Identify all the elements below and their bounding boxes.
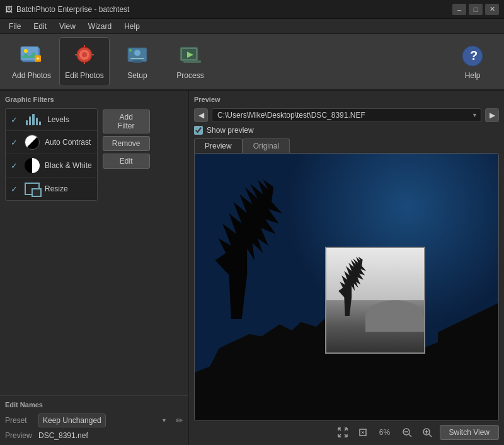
svg-point-2 [24,49,28,53]
filter-check-contrast: ✓ [11,138,20,147]
help-button[interactable]: ? Help [447,37,498,86]
preset-label: Preset [5,416,33,425]
edit-filter-button[interactable]: Edit [103,154,150,169]
edit-photos-button[interactable]: Edit Photos [59,37,110,86]
filter-label-levels: Levels [47,115,92,124]
preview-area [194,153,499,421]
svg-point-14 [134,50,140,56]
tab-original[interactable]: Original [243,138,290,153]
menu-wizard[interactable]: Wizard [82,20,118,33]
menu-view[interactable]: View [53,20,82,33]
bw-icon [25,158,40,173]
app-icon: 🖼 [5,5,13,14]
edit-names-section: Edit Names Preset Keep Unchanged ✏ Previ… [0,395,188,445]
add-photos-label: Add Photos [12,71,51,80]
filter-check-bw: ✓ [11,161,20,171]
process-button[interactable]: Process [165,37,215,86]
svg-point-17 [129,49,132,52]
tab-preview[interactable]: Preview [194,138,243,153]
fit-page-button[interactable] [355,425,370,440]
bottom-toolbar: 6% Switch View [194,421,499,440]
photo-container [195,154,498,420]
filter-label-resize: Resize [45,184,92,193]
setup-button[interactable]: Setup [112,37,163,86]
bw-preview-overlay [325,247,425,354]
menu-file[interactable]: File [3,20,27,33]
help-label: Help [465,71,481,80]
filter-label-contrast: Auto Contrast [45,138,92,147]
filter-item-resize[interactable]: ✓ Resize [6,177,97,200]
file-navigation: ◀ ▶ [194,108,499,122]
svg-line-40 [409,434,411,437]
svg-line-43 [429,434,432,437]
add-filter-button[interactable]: Add Filter [103,110,150,133]
zoom-in-button[interactable] [420,425,435,440]
svg-rect-21 [183,60,201,63]
bw-content [326,248,424,352]
left-panel: Graphic Filters ✓ Levels [0,91,189,445]
title-bar: 🖼 BatchPhoto Enterprise - batchtest – □ … [0,0,504,19]
edit-names-title: Edit Names [5,401,183,408]
preset-select[interactable]: Keep Unchanged [38,414,106,427]
switch-view-button[interactable]: Switch View [440,425,499,440]
filter-item-auto-contrast[interactable]: ✓ Auto Contrast [6,131,97,154]
edit-pencil-icon[interactable]: ✏ [176,415,183,425]
zoom-level: 6% [375,428,394,437]
add-photos-icon: + [19,43,44,69]
resize-icon [25,183,40,195]
bw-hill [365,300,424,332]
file-path-input[interactable] [212,108,481,122]
menu-bar: File Edit View Wizard Help [0,19,504,34]
remove-filter-button[interactable]: Remove [103,136,150,151]
app-title: BatchPhoto Enterprise - batchtest [16,5,129,14]
preview-tabs: Preview Original [194,138,499,153]
svg-rect-15 [130,58,144,59]
levels-icon [25,113,42,127]
right-panel: Preview ◀ ▶ Show preview Preview Origina… [189,91,504,445]
help-icon: ? [460,43,485,69]
filter-label-bw: Black & White [45,161,92,170]
show-preview-row: Show preview [194,126,499,135]
svg-text:?: ? [470,48,478,62]
svg-point-8 [82,52,87,57]
minimize-button[interactable]: – [452,4,466,15]
maximize-button[interactable]: □ [469,4,483,15]
add-photos-button[interactable]: + Add Photos [6,37,57,86]
main-content: Graphic Filters ✓ Levels [0,91,504,445]
filters-title: Graphic Filters [5,96,183,103]
fit-width-button[interactable] [335,425,350,440]
setup-icon [125,43,150,69]
filter-check-levels: ✓ [11,115,20,125]
preview-section-title: Preview [194,96,499,103]
setup-label: Setup [127,71,147,80]
filters-list: ✓ Levels ✓ Auto Contrast [5,108,98,201]
svg-rect-16 [133,60,142,63]
menu-help[interactable]: Help [118,20,146,33]
preview-filename-label: Preview [5,431,33,440]
process-label: Process [176,71,203,80]
show-preview-label: Show preview [207,126,254,135]
close-button[interactable]: ✕ [485,4,499,15]
edit-photos-icon [72,43,97,69]
filter-item-levels[interactable]: ✓ Levels [6,109,97,131]
svg-text:+: + [37,55,40,62]
contrast-icon [25,135,40,150]
filter-check-resize: ✓ [11,184,20,194]
show-preview-checkbox[interactable] [194,126,203,135]
prev-file-button[interactable]: ◀ [194,108,208,122]
next-file-button[interactable]: ▶ [485,108,499,122]
preview-filename-value: DSC_8391.nef [38,431,88,440]
process-icon [178,43,203,69]
edit-photos-label: Edit Photos [65,71,103,80]
filter-action-buttons: Add Filter Remove Edit [103,108,150,201]
menu-edit[interactable]: Edit [27,20,53,33]
filters-section: Graphic Filters ✓ Levels [0,91,188,395]
toolbar: + Add Photos Edit Photos [0,34,504,91]
filter-item-bw[interactable]: ✓ Black & White [6,154,97,177]
zoom-out-button[interactable] [399,425,415,440]
